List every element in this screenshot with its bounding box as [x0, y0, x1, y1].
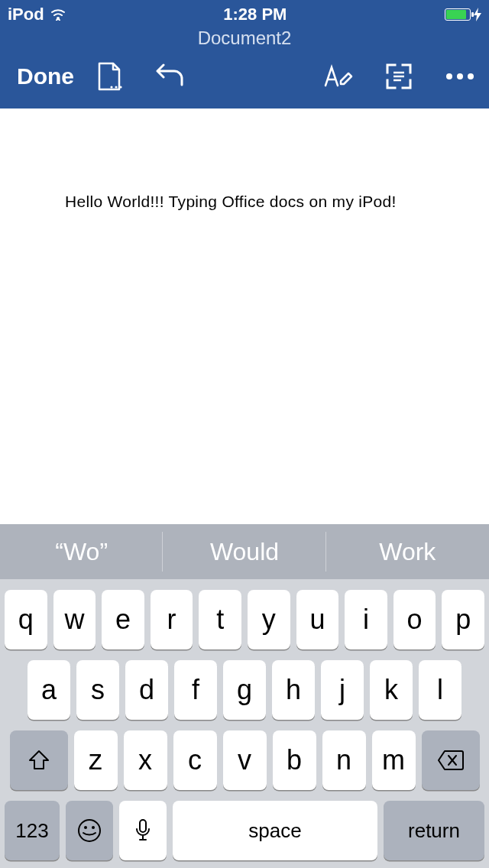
key-m[interactable]: m: [372, 730, 416, 790]
key-row-3: z x c v b n m: [0, 720, 489, 790]
key-w[interactable]: w: [53, 590, 96, 649]
suggestion-bar: “Wo” Would Work: [0, 524, 489, 579]
more-icon[interactable]: [445, 61, 475, 92]
key-i[interactable]: i: [345, 590, 387, 649]
space-key[interactable]: space: [173, 801, 377, 860]
svg-point-0: [57, 17, 60, 20]
suggestion-1[interactable]: “Wo”: [0, 524, 163, 579]
toolbar: Done: [0, 53, 489, 108]
key-j[interactable]: j: [321, 660, 364, 720]
key-s[interactable]: s: [76, 660, 119, 720]
key-f[interactable]: f: [174, 660, 217, 720]
key-n[interactable]: n: [322, 730, 366, 790]
key-o[interactable]: o: [393, 590, 436, 649]
numeric-key[interactable]: 123: [5, 801, 60, 860]
key-k[interactable]: k: [370, 660, 413, 720]
charging-icon: [474, 8, 481, 21]
svg-point-9: [92, 826, 95, 829]
document-text: Hello World!!! Typing Office docs on my …: [65, 193, 397, 210]
shift-key[interactable]: [10, 730, 68, 790]
toolbar-right-group: [322, 61, 475, 92]
app-header: iPod 1:28 PM Document2 Done: [0, 0, 489, 108]
undo-icon[interactable]: [155, 61, 186, 92]
key-t[interactable]: t: [199, 590, 241, 649]
key-p[interactable]: p: [442, 590, 484, 649]
key-y[interactable]: y: [248, 590, 290, 649]
wifi-icon: [50, 8, 66, 21]
document-title: Document2: [0, 26, 489, 53]
suggestion-2[interactable]: Would: [163, 524, 325, 579]
svg-point-8: [84, 826, 87, 829]
file-icon[interactable]: [94, 61, 125, 92]
key-a[interactable]: a: [28, 660, 70, 720]
svg-rect-10: [140, 820, 146, 832]
key-l[interactable]: l: [419, 660, 461, 720]
svg-point-2: [115, 86, 117, 88]
key-x[interactable]: x: [124, 730, 167, 790]
suggestion-3[interactable]: Work: [326, 524, 489, 579]
format-icon[interactable]: [322, 61, 353, 92]
status-right: [445, 8, 481, 21]
document-canvas[interactable]: Hello World!!! Typing Office docs on my …: [0, 108, 489, 211]
key-b[interactable]: b: [273, 730, 316, 790]
status-bar: iPod 1:28 PM: [0, 0, 489, 26]
key-c[interactable]: c: [173, 730, 217, 790]
key-h[interactable]: h: [272, 660, 315, 720]
backspace-key[interactable]: [422, 730, 480, 790]
return-key[interactable]: return: [384, 801, 484, 860]
key-d[interactable]: d: [125, 660, 168, 720]
battery-icon: [445, 8, 471, 21]
svg-point-7: [79, 820, 100, 841]
key-row-2: a s d f g h j k l: [0, 649, 489, 720]
dictation-key[interactable]: [119, 801, 167, 860]
toolbar-left-group: [94, 61, 186, 92]
carrier-label: iPod: [8, 5, 44, 24]
status-left: iPod: [8, 5, 66, 24]
emoji-key[interactable]: [66, 801, 113, 860]
key-g[interactable]: g: [223, 660, 266, 720]
key-v[interactable]: v: [223, 730, 267, 790]
clock: 1:28 PM: [223, 5, 287, 24]
key-z[interactable]: z: [74, 730, 118, 790]
key-row-bottom: 123 space return: [0, 790, 489, 868]
key-e[interactable]: e: [102, 590, 144, 649]
svg-point-3: [119, 86, 121, 88]
svg-point-1: [110, 86, 112, 88]
key-q[interactable]: q: [5, 590, 47, 649]
keyboard: “Wo” Would Work q w e r t y u i o p a s …: [0, 524, 489, 868]
mobile-view-icon[interactable]: [384, 61, 414, 92]
key-r[interactable]: r: [151, 590, 193, 649]
key-u[interactable]: u: [296, 590, 339, 649]
done-button[interactable]: Done: [17, 63, 74, 89]
key-row-1: q w e r t y u i o p: [0, 579, 489, 649]
